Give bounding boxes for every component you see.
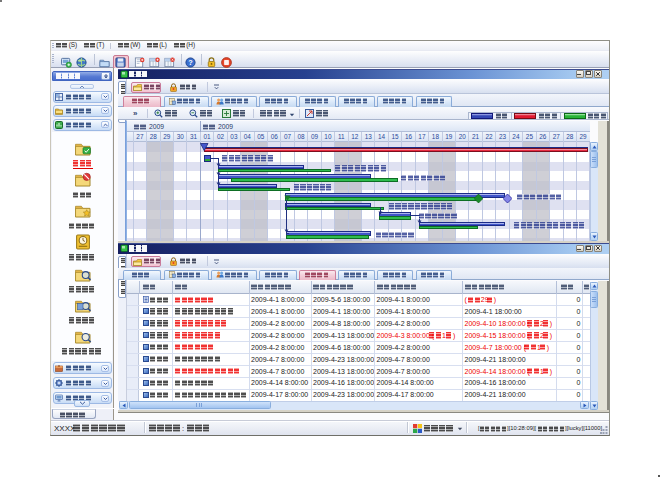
svg-text:?: ? xyxy=(188,58,193,67)
